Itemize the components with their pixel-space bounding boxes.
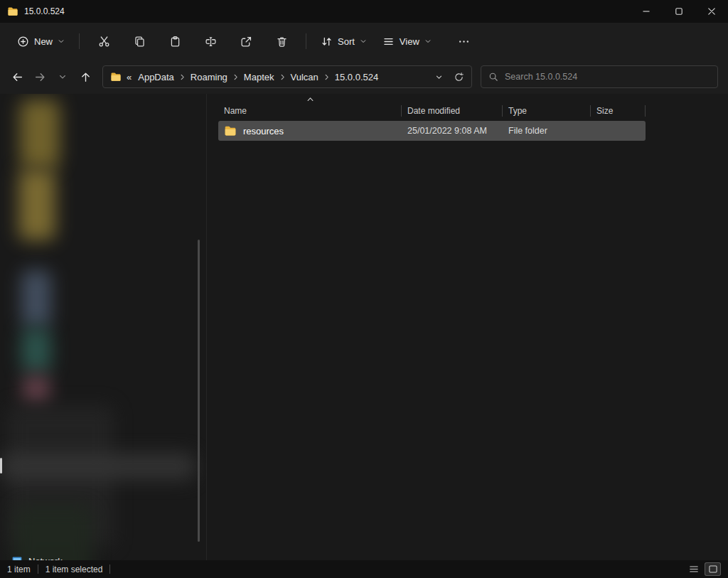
window-controls — [630, 0, 728, 23]
forward-arrow-icon — [34, 71, 46, 83]
breadcrumb-separator-icon[interactable] — [178, 73, 186, 81]
new-button[interactable]: New — [10, 29, 72, 53]
blurred-content — [1, 453, 195, 480]
sidebar-selection-indicator — [0, 458, 2, 473]
breadcrumb-item-vulcan[interactable]: Vulcan — [287, 70, 322, 85]
command-separator — [79, 33, 80, 49]
share-button[interactable] — [232, 29, 260, 53]
chevron-down-icon — [58, 38, 65, 45]
blurred-content — [14, 506, 92, 560]
new-plus-icon — [17, 36, 29, 48]
column-label: Name — [224, 106, 247, 116]
sort-button[interactable]: Sort — [314, 29, 374, 53]
up-button[interactable] — [75, 66, 96, 87]
breadcrumb-separator-icon[interactable] — [323, 73, 331, 81]
view-button-label: View — [400, 36, 419, 47]
column-header-size[interactable]: Size — [591, 101, 646, 121]
sort-button-label: Sort — [338, 36, 355, 47]
maximize-button[interactable] — [663, 0, 695, 23]
search-box[interactable] — [481, 65, 718, 88]
trash-icon — [276, 36, 288, 48]
share-icon — [240, 36, 252, 48]
breadcrumb-separator-icon[interactable] — [232, 73, 240, 81]
column-header-type[interactable]: Type — [503, 101, 591, 121]
recent-locations-button[interactable] — [52, 66, 73, 87]
file-list-area: Name Date modified Type Size — [207, 94, 728, 560]
search-input[interactable] — [505, 72, 710, 82]
column-label: Date modified — [407, 106, 460, 116]
sort-icon — [321, 36, 333, 48]
chevron-down-icon — [435, 73, 443, 81]
column-divider[interactable] — [645, 105, 646, 117]
blurred-content — [20, 100, 60, 168]
file-row-resources-selected[interactable]: resources 25/01/2022 9:08 AM File folder — [218, 121, 646, 141]
file-name-cell: resources — [218, 124, 402, 137]
status-divider — [38, 564, 38, 574]
new-button-label: New — [34, 36, 53, 47]
column-label: Type — [508, 106, 527, 116]
sidebar-scrollbar[interactable] — [198, 240, 200, 542]
selection-count: 1 item selected — [46, 564, 103, 574]
view-button[interactable]: View — [375, 29, 439, 53]
see-more-icon — [458, 36, 470, 48]
column-headers: Name Date modified Type Size — [218, 101, 728, 121]
breadcrumb-item-current[interactable]: 15.0.0.524 — [331, 70, 382, 85]
status-divider — [109, 564, 110, 574]
large-icons-view-button[interactable] — [705, 562, 721, 576]
chevron-down-icon — [360, 38, 367, 45]
up-arrow-icon — [80, 71, 92, 83]
details-view-button[interactable] — [685, 562, 702, 576]
sidebar-item-network[interactable]: Network — [11, 555, 63, 560]
breadcrumb: « AppData Roaming Maptek Vulcan 15.0.0.5… — [124, 70, 426, 85]
column-header-date-modified[interactable]: Date modified — [402, 101, 503, 121]
item-count: 1 item — [7, 564, 31, 574]
cut-icon — [98, 36, 110, 48]
copy-icon — [134, 36, 146, 48]
folder-icon — [7, 6, 18, 17]
forward-button[interactable] — [29, 66, 50, 87]
see-more-button[interactable] — [450, 29, 478, 53]
file-name: resources — [243, 126, 284, 137]
address-bar-controls — [429, 68, 469, 86]
title-bar: 15.0.0.524 — [0, 0, 728, 23]
minimize-button[interactable] — [630, 0, 663, 23]
large-icons-view-icon — [708, 564, 718, 574]
address-bar[interactable]: « AppData Roaming Maptek Vulcan 15.0.0.5… — [102, 65, 472, 88]
close-button[interactable] — [695, 0, 728, 23]
window-title: 15.0.0.524 — [24, 6, 65, 16]
status-bar: 1 item 1 item selected — [0, 560, 728, 578]
back-arrow-icon — [11, 71, 23, 83]
network-icon — [11, 555, 23, 560]
paste-button[interactable] — [161, 29, 189, 53]
chevron-down-icon — [58, 73, 67, 81]
title-left: 15.0.0.524 — [0, 6, 65, 17]
breadcrumb-separator-icon[interactable] — [279, 73, 287, 81]
back-button[interactable] — [6, 66, 28, 87]
breadcrumb-overflow[interactable]: « — [124, 72, 134, 82]
breadcrumb-item-appdata[interactable]: AppData — [134, 70, 178, 85]
view-toggles — [685, 562, 721, 576]
breadcrumb-item-maptek[interactable]: Maptek — [240, 70, 278, 85]
cut-button[interactable] — [90, 29, 118, 53]
blurred-content — [21, 328, 51, 373]
rename-button[interactable] — [196, 29, 225, 53]
address-dropdown-button[interactable] — [429, 68, 449, 86]
blurred-content — [18, 169, 55, 240]
breadcrumb-item-roaming[interactable]: Roaming — [187, 70, 231, 85]
file-explorer-window: 15.0.0.524 New — [0, 0, 728, 578]
column-header-name[interactable]: Name — [218, 101, 402, 121]
delete-button[interactable] — [267, 29, 296, 53]
blurred-content — [23, 375, 50, 404]
refresh-button[interactable] — [449, 68, 469, 86]
file-type-cell: File folder — [503, 126, 591, 136]
sidebar-item-label: Network — [28, 556, 63, 561]
blurred-content — [21, 270, 51, 327]
paste-icon — [169, 36, 181, 48]
explorer-body: Network Name Date modified Type — [0, 94, 728, 560]
column-label: Size — [596, 106, 613, 116]
refresh-icon — [454, 72, 464, 82]
copy-button[interactable] — [125, 29, 154, 53]
folder-icon — [224, 124, 237, 137]
details-view-icon — [689, 564, 699, 574]
folder-icon — [110, 71, 122, 82]
